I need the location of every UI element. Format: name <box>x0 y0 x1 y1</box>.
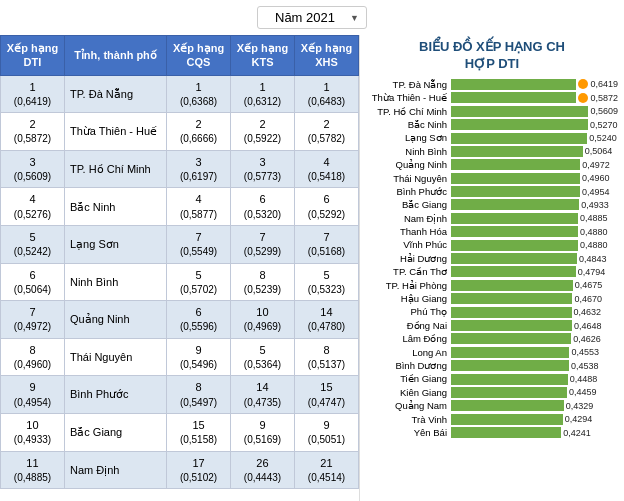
bar-value: 0,4648 <box>574 321 602 331</box>
bar-container: 0,5270 <box>451 119 618 130</box>
bar-container: 0,4459 <box>451 387 618 398</box>
bar-value: 0,4972 <box>582 160 610 170</box>
bar-row: Trà Vinh 0,4294 <box>366 414 618 425</box>
bar-value: 0,5270 <box>590 120 618 130</box>
bar-label: Đồng Nai <box>366 320 451 331</box>
cell-xhs: 2(0,5782) <box>294 113 358 151</box>
bar-container: 0,5872 <box>451 92 618 103</box>
bar-container: 0,4960 <box>451 173 618 184</box>
table-row: 1(0,6419) TP. Đà Nẵng 1(0,6368) 1(0,6312… <box>1 75 359 113</box>
cell-city: Bình Phước <box>64 376 166 414</box>
cell-city: Bắc Ninh <box>64 188 166 226</box>
cell-xhs: 14(0,4780) <box>294 301 358 339</box>
bar-label: Trà Vinh <box>366 414 451 425</box>
col-header-cqs: Xếp hạngCQS <box>167 36 231 76</box>
bar-container: 0,4675 <box>451 280 618 291</box>
cell-city: Lạng Sơn <box>64 225 166 263</box>
bar-container: 0,4885 <box>451 213 618 224</box>
bar-label: Quảng Ninh <box>366 159 451 170</box>
cell-rank: 11(0,4885) <box>1 451 65 489</box>
bar-row: TP. Hải Phòng 0,4675 <box>366 280 618 291</box>
bar-fill <box>451 106 588 117</box>
bar-container: 0,4538 <box>451 360 618 371</box>
bar-value: 0,4241 <box>563 428 591 438</box>
cell-city: Nam Định <box>64 451 166 489</box>
cell-rank: 5(0,5242) <box>1 225 65 263</box>
bar-row: Quảng Nam 0,4329 <box>366 400 618 411</box>
bar-row: Thanh Hóa 0,4880 <box>366 226 618 237</box>
bar-container: 0,4880 <box>451 226 618 237</box>
cell-cqs: 3(0,6197) <box>167 150 231 188</box>
bar-value: 0,4632 <box>574 307 602 317</box>
bar-container: 0,6419 <box>451 79 618 90</box>
bar-fill <box>451 240 578 251</box>
bar-fill <box>451 119 588 130</box>
cell-cqs: 15(0,5158) <box>167 413 231 451</box>
table-row: 6(0,5064) Ninh Bình 5(0,5702) 8(0,5239) … <box>1 263 359 301</box>
cell-cqs: 2(0,6666) <box>167 113 231 151</box>
bar-label: TP. Hải Phòng <box>366 280 451 291</box>
bar-label: Bình Dương <box>366 360 451 371</box>
bar-label: Nam Định <box>366 213 451 224</box>
col-header-xhs: Xếp hạngXHS <box>294 36 358 76</box>
ranking-table: Xếp hạngDTI Tỉnh, thành phố Xếp hạngCQS … <box>0 35 359 489</box>
bar-container: 0,4329 <box>451 400 618 411</box>
cell-rank: 1(0,6419) <box>1 75 65 113</box>
table-row: 3(0,5609) TP. Hồ Chí Minh 3(0,6197) 3(0,… <box>1 150 359 188</box>
bar-label: TP. Cần Thơ <box>366 266 451 277</box>
bar-container: 0,4648 <box>451 320 618 331</box>
bar-value: 0,4880 <box>580 240 608 250</box>
bar-label: Quảng Nam <box>366 400 451 411</box>
cell-xhs: 4(0,5418) <box>294 150 358 188</box>
cell-city: Thừa Thiên - Huế <box>64 113 166 151</box>
cell-xhs: 7(0,5168) <box>294 225 358 263</box>
bar-row: Tiền Giang 0,4488 <box>366 373 618 384</box>
cell-kts: 3(0,5773) <box>231 150 295 188</box>
bar-label: Ninh Bình <box>366 146 451 157</box>
chart-bars: TP. Đà Nẵng 0,6419 Thừa Thiên - Huế 0,58… <box>366 79 618 439</box>
cell-xhs: 8(0,5137) <box>294 338 358 376</box>
bar-row: Yên Bái 0,4241 <box>366 427 618 438</box>
cell-kts: 5(0,5364) <box>231 338 295 376</box>
bar-fill <box>451 360 569 371</box>
year-select[interactable]: Năm 2021 <box>257 6 367 29</box>
bar-label: Hậu Giang <box>366 293 451 304</box>
bar-row: Thừa Thiên - Huế 0,5872 <box>366 92 618 103</box>
bar-row: Thái Nguyên 0,4960 <box>366 173 618 184</box>
bar-value: 0,4626 <box>573 334 601 344</box>
bar-label: Yên Bái <box>366 427 451 438</box>
year-select-wrapper[interactable]: Năm 2021 <box>257 6 367 29</box>
bar-container: 0,4794 <box>451 266 618 277</box>
bar-container: 0,4488 <box>451 374 618 385</box>
bar-container: 0,5609 <box>451 106 618 117</box>
table-row: 11(0,4885) Nam Định 17(0,5102) 26(0,4443… <box>1 451 359 489</box>
bar-label: TP. Đà Nẵng <box>366 79 451 90</box>
table-section: Xếp hạngDTI Tỉnh, thành phố Xếp hạngCQS … <box>0 35 360 501</box>
bar-row: Lạng Sơn 0,5240 <box>366 132 618 143</box>
bar-value: 0,4488 <box>570 374 598 384</box>
bar-fill <box>451 159 580 170</box>
bar-label: TP. Hồ Chí Minh <box>366 106 451 117</box>
bar-fill <box>451 186 580 197</box>
col-header-dti: Xếp hạngDTI <box>1 36 65 76</box>
bar-fill <box>451 400 564 411</box>
bar-fill <box>451 253 577 264</box>
cell-xhs: 5(0,5323) <box>294 263 358 301</box>
bar-container: 0,4553 <box>451 347 618 358</box>
bar-value: 0,4538 <box>571 361 599 371</box>
cell-xhs: 9(0,5051) <box>294 413 358 451</box>
col-header-kts: Xếp hạngKTS <box>231 36 295 76</box>
cell-rank: 10(0,4933) <box>1 413 65 451</box>
bar-fill <box>451 414 563 425</box>
table-row: 10(0,4933) Bắc Giang 15(0,5158) 9(0,5169… <box>1 413 359 451</box>
bar-fill <box>451 199 579 210</box>
bar-label: Long An <box>366 347 451 358</box>
cell-kts: 26(0,4443) <box>231 451 295 489</box>
bar-container: 0,4632 <box>451 307 618 318</box>
cell-city: TP. Hồ Chí Minh <box>64 150 166 188</box>
bar-value: 0,5064 <box>585 146 613 156</box>
bar-container: 0,4843 <box>451 253 618 264</box>
cell-cqs: 8(0,5497) <box>167 376 231 414</box>
bar-row: Đồng Nai 0,4648 <box>366 320 618 331</box>
bar-label: Bình Phước <box>366 186 451 197</box>
